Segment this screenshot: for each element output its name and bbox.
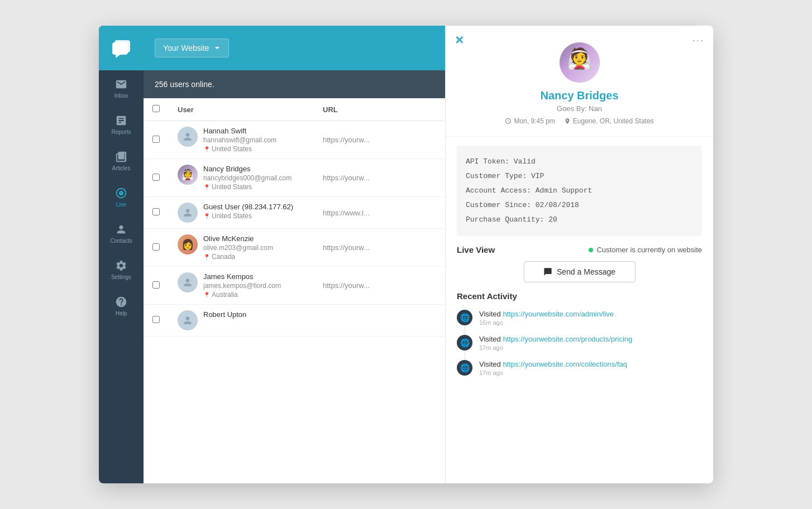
location-icon xyxy=(564,118,571,124)
website-dropdown[interactable]: Your Website xyxy=(155,39,229,57)
users-bar: 256 users online. xyxy=(144,70,445,98)
customer-info-line: Purchase Quantity: 20 xyxy=(466,213,693,227)
table-row[interactable]: Hannah Swifthannahswift@gmail.comUnited … xyxy=(144,121,445,159)
live-icon xyxy=(115,187,127,199)
user-url xyxy=(314,305,445,337)
user-name: Robert Upton xyxy=(203,310,246,319)
user-url: https://yourw... xyxy=(314,267,445,305)
th-checkbox xyxy=(144,98,169,121)
main-content: Your Website 256 users online. User xyxy=(144,26,445,483)
user-email: nancybridges000@gmail.com xyxy=(203,174,292,182)
user-url: https://yourw... xyxy=(314,121,445,159)
activity-item: 🌐Visited https://yourwebsite.com/product… xyxy=(457,335,702,351)
user-avatar: 👩 xyxy=(178,234,198,254)
recent-activity: Recent Activity 🌐Visited https://yourweb… xyxy=(457,291,702,385)
th-user: User xyxy=(169,98,314,121)
table-row[interactable]: Guest User (98.234.177.62)United Statesh… xyxy=(144,197,445,229)
row-checkbox[interactable] xyxy=(152,316,160,323)
profile-alias: Goes By: Nan xyxy=(557,104,602,113)
sidebar-item-live-label: Live xyxy=(116,201,126,208)
user-email: olive.m203@gmail.com xyxy=(203,244,273,252)
profile-location: Eugene, OR, United States xyxy=(564,117,654,125)
sidebar-item-articles[interactable]: Articles xyxy=(99,143,144,179)
app-window: Inbox Reports Articles Live Contacts xyxy=(99,26,713,483)
user-location: Australia xyxy=(203,291,281,299)
profile-location-text: Eugene, OR, United States xyxy=(573,117,654,125)
user-avatar xyxy=(178,203,198,223)
right-panel: ✕ ··· Nancy Bridges Goes By: Nan Mon, 9:… xyxy=(445,26,713,483)
live-status: Customer is currently on website xyxy=(589,246,702,254)
live-view-section: Live View Customer is currently on websi… xyxy=(457,245,702,282)
activity-item: 🌐Visited https://yourwebsite.com/collect… xyxy=(457,360,702,376)
activity-time: 17m ago xyxy=(479,369,702,376)
sidebar-item-settings-label: Settings xyxy=(111,274,131,280)
th-url: URL xyxy=(314,98,445,121)
sidebar-logo[interactable] xyxy=(99,26,144,70)
panel-more-button[interactable]: ··· xyxy=(692,35,704,46)
dropdown-arrow-icon xyxy=(214,45,221,51)
live-status-text: Customer is currently on website xyxy=(596,246,702,254)
user-name: Olive McKenzie xyxy=(203,234,273,243)
table-row[interactable]: 👰Nancy Bridgesnancybridges000@gmail.comU… xyxy=(144,159,445,197)
users-table-container: User URL Hannah Swifthannahswift@gmail.c… xyxy=(144,98,445,483)
chat-logo-icon xyxy=(111,38,131,58)
user-location: United States xyxy=(203,145,276,153)
sidebar-item-help[interactable]: Help xyxy=(99,288,144,324)
website-name: Your Website xyxy=(163,44,209,52)
users-online-text: 256 users online. xyxy=(155,80,214,89)
activity-link[interactable]: https://yourwebsite.com/collections/faq xyxy=(503,360,627,368)
activity-link[interactable]: https://yourwebsite.com/products/pricing xyxy=(503,335,632,343)
table-row[interactable]: 👩Olive McKenzieolive.m203@gmail.comCanad… xyxy=(144,229,445,267)
customer-info-box: API Token: ValidCustomer Type: VIPAccoun… xyxy=(457,146,702,236)
table-row[interactable]: Robert Upton xyxy=(144,305,445,337)
table-header-row: User URL xyxy=(144,98,445,121)
user-location: United States xyxy=(203,212,293,220)
row-checkbox[interactable] xyxy=(152,136,160,143)
profile-avatar-image xyxy=(560,42,600,83)
profile-time-text: Mon, 9:45 pm xyxy=(514,117,555,125)
sidebar-item-contacts[interactable]: Contacts xyxy=(99,215,144,252)
user-avatar: 👰 xyxy=(178,165,198,185)
sidebar: Inbox Reports Articles Live Contacts xyxy=(99,26,144,483)
activity-text: Visited https://yourwebsite.com/admin/li… xyxy=(479,310,702,318)
nancy-avatar-placeholder xyxy=(560,42,600,83)
row-checkbox[interactable] xyxy=(152,174,160,181)
live-view-title: Live View xyxy=(457,245,495,254)
user-url: https://yourw... xyxy=(314,229,445,267)
panel-profile: Nancy Bridges Goes By: Nan Mon, 9:45 pm … xyxy=(446,26,713,137)
send-message-button[interactable]: Send a Message xyxy=(524,261,636,282)
live-dot xyxy=(589,248,593,252)
profile-time: Mon, 9:45 pm xyxy=(505,117,555,125)
activity-globe-icon: 🌐 xyxy=(457,360,472,376)
sidebar-item-inbox[interactable]: Inbox xyxy=(99,70,144,107)
activity-time: 17m ago xyxy=(479,344,702,351)
profile-meta: Mon, 9:45 pm Eugene, OR, United States xyxy=(505,117,653,125)
sidebar-item-articles-label: Articles xyxy=(112,165,131,171)
activity-time: 16m ago xyxy=(479,319,702,326)
send-message-label: Send a Message xyxy=(557,267,615,276)
clock-icon xyxy=(505,118,512,124)
panel-close-button[interactable]: ✕ xyxy=(455,35,464,46)
sidebar-item-inbox-label: Inbox xyxy=(114,93,128,99)
row-checkbox[interactable] xyxy=(152,243,160,251)
table-row[interactable]: James Kemposjames.kempos@fiord.comAustra… xyxy=(144,267,445,305)
reports-icon xyxy=(115,114,127,127)
users-table: User URL Hannah Swifthannahswift@gmail.c… xyxy=(144,98,445,337)
inbox-icon xyxy=(115,78,127,90)
row-checkbox[interactable] xyxy=(152,208,160,215)
user-avatar xyxy=(178,272,198,292)
live-view-header: Live View Customer is currently on websi… xyxy=(457,245,702,254)
select-all-checkbox[interactable] xyxy=(152,105,160,112)
settings-icon xyxy=(115,260,127,272)
customer-info-line: API Token: Valid xyxy=(466,155,693,169)
user-location: United States xyxy=(203,183,292,191)
customer-info-line: Customer Type: VIP xyxy=(466,169,693,184)
user-avatar xyxy=(178,310,198,330)
user-name: Hannah Swift xyxy=(203,127,276,135)
sidebar-item-live[interactable]: Live xyxy=(99,179,144,215)
sidebar-item-reports[interactable]: Reports xyxy=(99,107,144,143)
row-checkbox[interactable] xyxy=(152,281,160,289)
sidebar-item-settings[interactable]: Settings xyxy=(99,252,144,288)
sidebar-item-contacts-label: Contacts xyxy=(110,238,132,244)
activity-link[interactable]: https://yourwebsite.com/admin/live xyxy=(503,310,614,318)
